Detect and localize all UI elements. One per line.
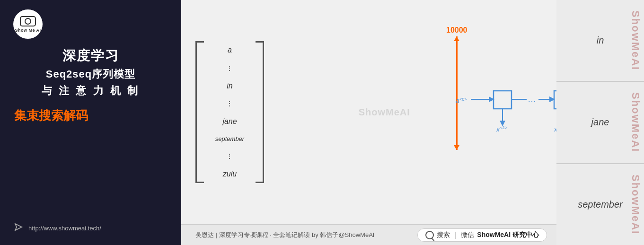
logo-area: Show Me AI <box>13 9 168 39</box>
logo-icon <box>20 16 36 26</box>
highlight-title: 集束搜索解码 <box>13 107 168 124</box>
bracket-right <box>256 41 264 183</box>
matrix-dots-2: ⋮ <box>226 100 234 107</box>
label-a0: a <box>456 97 459 105</box>
logo-text: Show Me AI <box>15 28 41 33</box>
matrix-items: a ⋮ in ⋮ jane september ⋮ zulu <box>206 41 254 183</box>
matrix-item-september: september <box>215 135 244 142</box>
logo-circle: Show Me AI <box>13 9 43 39</box>
matrix-container: a ⋮ in ⋮ jane september ⋮ zulu <box>195 41 264 183</box>
bottom-bar: 吴恩达 | 深度学习专项课程 · 全套笔记解读 by 韩信子@ShowMeAI … <box>181 224 556 245</box>
svg-marker-0 <box>15 224 22 230</box>
right-card-in: in ShowMeAI <box>556 0 644 82</box>
brand-text: ShowMeAI 研究中心 <box>477 231 539 239</box>
svg-text:…: … <box>528 94 536 104</box>
watermark-jane: ShowMeAI <box>627 82 644 163</box>
url-text: http://www.showmeai.tech/ <box>28 225 101 232</box>
network-svg: a <0> … ŷ <1> x <box>451 24 556 170</box>
right-panel: in ShowMeAI jane ShowMeAI september Show… <box>556 0 644 245</box>
matrix-item-in: in <box>227 82 232 90</box>
bottom-text: 吴恩达 | 深度学习专项课程 · 全套笔记解读 by 韩信子@ShowMeAI <box>195 231 374 239</box>
watermark-september: ShowMeAI <box>627 164 644 245</box>
search-icon <box>425 231 434 239</box>
url-icon <box>13 222 24 235</box>
right-label-jane: jane <box>591 117 609 128</box>
svg-text:x: x <box>496 126 500 133</box>
search-label: 搜索 <box>437 231 450 239</box>
matrix-dots-3: ⋮ <box>226 152 234 160</box>
search-bar[interactable]: 搜索 | 微信 ShowMeAI 研究中心 <box>417 228 547 242</box>
title-sub2: 与 注 意 力 机 制 <box>13 84 168 98</box>
box1 <box>494 91 512 109</box>
search-divider: | <box>455 231 457 239</box>
watermark-text-2: ShowMeAI <box>629 92 642 152</box>
search-suffix: 微信 <box>461 231 474 239</box>
bracket-left <box>195 41 204 183</box>
watermark-in: ShowMeAI <box>627 0 644 81</box>
right-label-september: september <box>578 199 623 210</box>
matrix-item-jane: jane <box>222 117 237 126</box>
matrix-dots-1: ⋮ <box>226 64 234 72</box>
main-content: a ⋮ in ⋮ jane september ⋮ zulu 10000 a <… <box>181 0 556 245</box>
right-label-in: in <box>597 35 604 46</box>
url-row[interactable]: http://www.showmeai.tech/ <box>13 222 101 235</box>
svg-text:<1>: <1> <box>500 125 508 130</box>
matrix-item-a: a <box>228 46 232 54</box>
svg-text:<0>: <0> <box>459 97 467 102</box>
right-card-jane: jane ShowMeAI <box>556 82 644 164</box>
diagram-area: a ⋮ in ⋮ jane september ⋮ zulu 10000 a <… <box>181 0 556 224</box>
watermark-text-1: ShowMeAI <box>629 10 642 70</box>
title-sub1: Seq2seq序列模型 <box>13 67 168 82</box>
right-card-september: september ShowMeAI <box>556 164 644 245</box>
matrix-item-zulu: zulu <box>223 170 237 178</box>
title-main: 深度学习 <box>13 47 168 64</box>
left-panel: Show Me AI 深度学习 Seq2seq序列模型 与 注 意 力 机 制 … <box>0 0 181 245</box>
watermark-text-3: ShowMeAI <box>629 175 642 235</box>
center-watermark: ShowMeAI <box>359 107 410 118</box>
